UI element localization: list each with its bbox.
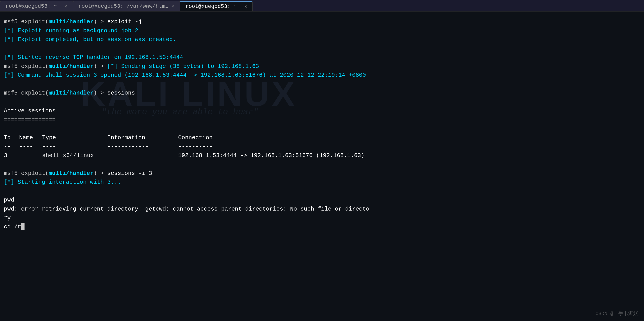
tab-1-close[interactable]: ✕: [64, 4, 67, 9]
tab-1[interactable]: root@xuegod53: ~ ✕: [0, 1, 73, 11]
tab-2-close[interactable]: ✕: [172, 4, 174, 9]
tab-3-label: root@xuegod53: ~: [186, 4, 237, 10]
tab-2[interactable]: root@xuegod53: /var/www/html ✕: [73, 1, 180, 11]
terminal-line-19: [*] Starting interaction with 3...: [4, 178, 640, 187]
terminal[interactable]: KALI LINUX "the more you are able to hea…: [0, 12, 644, 321]
sessions-table-header: Id Name Type Information Connection: [4, 133, 640, 142]
terminal-line-21: pwd: [4, 196, 640, 205]
terminal-line-4: [4, 44, 640, 53]
terminal-line-12: ===============: [4, 115, 640, 124]
csdn-watermark: CSDN @二手卡洱妖: [595, 310, 638, 317]
terminal-line-10: [4, 98, 640, 107]
terminal-line-13: [4, 124, 640, 133]
terminal-line-11: Active sessions: [4, 106, 640, 115]
terminal-line-20: [4, 187, 640, 196]
tab-1-label: root@xuegod53: ~: [6, 3, 57, 9]
terminal-line-7: [*] Command shell session 3 opened (192.…: [4, 71, 640, 80]
terminal-line-6: msf5 exploit(multi/handler) > [*] Sendin…: [4, 62, 640, 71]
terminal-line-5: [*] Started reverse TCP handler on 192.1…: [4, 53, 640, 62]
terminal-line-9: msf5 exploit(multi/handler) > sessions: [4, 89, 640, 98]
terminal-line-22: pwd: error retrieving current directory:…: [4, 205, 640, 214]
terminal-line-8: [4, 80, 640, 89]
terminal-line-17: [4, 160, 640, 169]
terminal-line-24: cd /r: [4, 222, 640, 231]
sessions-table-row-3: 3 shell x64/linux 192.168.1.53:4444 -> 1…: [4, 151, 640, 160]
sessions-table-sep: -- ---- ---- ------------ ----------: [4, 142, 640, 151]
tab-3[interactable]: root@xuegod53: ~ ✕: [180, 1, 253, 11]
tab-3-close[interactable]: ✕: [244, 4, 247, 9]
terminal-line-1: msf5 exploit(multi/handler) > exploit -j: [4, 17, 640, 26]
terminal-line-18: msf5 exploit(multi/handler) > sessions -…: [4, 169, 640, 178]
terminal-cursor: [21, 223, 24, 230]
terminal-line-23: ry: [4, 213, 640, 222]
terminal-line-2: [*] Exploit running as background job 2.: [4, 26, 640, 35]
tab-2-label: root@xuegod53: /var/www/html: [78, 3, 168, 9]
tab-bar: root@xuegod53: ~ ✕ root@xuegod53: /var/w…: [0, 0, 644, 12]
terminal-line-3: [*] Exploit completed, but no session wa…: [4, 35, 640, 44]
